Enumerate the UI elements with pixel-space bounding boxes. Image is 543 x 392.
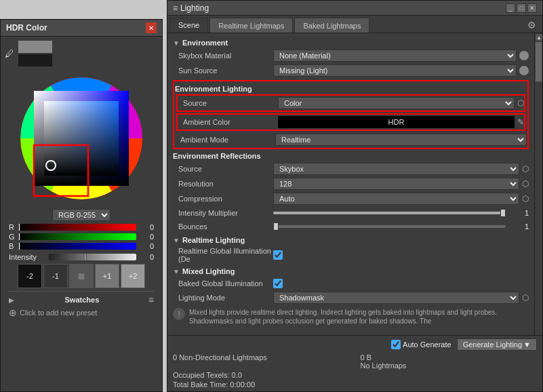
lighting-scroll-area[interactable]: ▼ Environment Skybox Material None (Mate…: [167, 33, 534, 386]
env-reflections-header[interactable]: Environment Reflections: [173, 152, 529, 160]
refl-resolution-row: Resolution 128 ⬡: [173, 176, 529, 191]
environment-lighting-highlight: Environment Lighting Source Color ⬡: [173, 80, 529, 149]
refl-compression-value: Auto ⬡: [273, 193, 529, 205]
mixed-arrow: ▼: [173, 268, 180, 275]
color-wheel-svg[interactable]: [14, 71, 149, 206]
eyedropper-icon[interactable]: 🖊: [5, 48, 14, 59]
minimize-button[interactable]: _: [506, 3, 515, 13]
ambient-mode-select[interactable]: Realtime: [275, 134, 527, 146]
swatches-triangle-icon: ▶: [9, 296, 14, 304]
mixed-lighting-header[interactable]: ▼ Mixed Lighting: [173, 267, 529, 275]
green-slider-row: G 0: [9, 233, 154, 241]
hdr-panel-title: HDR Color: [6, 23, 47, 33]
baked-gi-checkbox[interactable]: [273, 279, 283, 288]
lighting-footer: Auto Generate Generate Lighting ▼ 0 Non-…: [167, 335, 542, 391]
tab-baked-lightmaps[interactable]: Baked Lightmaps: [294, 18, 369, 33]
lightmaps-label: 0 Non-Directional Lightmaps: [173, 353, 267, 361]
lighting-title-left: ≡ Lighting: [173, 3, 209, 13]
sun-source-label: Sun Source: [178, 66, 273, 75]
refl-compression-select[interactable]: Auto: [273, 193, 519, 205]
lighting-mode-select[interactable]: Shadowmask: [273, 292, 519, 304]
realtime-gi-checkbox[interactable]: [273, 250, 283, 260]
sun-source-select[interactable]: Missing (Light): [273, 64, 517, 77]
lighting-title-text: Lighting: [180, 3, 209, 13]
environment-title: Environment: [182, 39, 228, 47]
auto-generate-checkbox[interactable]: [391, 340, 401, 349]
skybox-material-select[interactable]: None (Material): [273, 50, 517, 62]
green-slider-track[interactable]: [18, 233, 136, 240]
bounces-slider[interactable]: 1: [273, 222, 529, 231]
refl-compression-row: Compression Auto ⬡: [173, 191, 529, 206]
realtime-lighting-header[interactable]: ▼ Realtime Lighting: [173, 236, 529, 244]
baked-gi-value: [273, 279, 529, 288]
skybox-material-dot[interactable]: [519, 51, 529, 60]
rgb-mode-row: RGB 0-255: [5, 209, 158, 221]
sun-source-dot[interactable]: [519, 66, 529, 75]
auto-generate-text: Auto Generate: [403, 340, 451, 349]
scrollbar-up-arrow[interactable]: ▲: [535, 33, 543, 41]
step-plus2[interactable]: +2: [121, 264, 145, 288]
environment-section-header[interactable]: ▼ Environment: [173, 39, 529, 47]
gradient-steps: -2 -1 ■ +1 +2: [9, 264, 154, 288]
blue-slider-track[interactable]: [18, 243, 136, 250]
maximize-button[interactable]: □: [517, 3, 526, 13]
lighting-scrollbar[interactable]: ▲ ▼: [534, 33, 542, 386]
lighting-mode-label: Lighting Mode: [178, 294, 273, 302]
ambient-mode-label: Ambient Mode: [180, 136, 275, 144]
blue-slider-row: B 0: [9, 242, 154, 250]
footer-stats: 0 Non-Directional Lightmaps 0 B No Light…: [173, 353, 537, 370]
bounces-track[interactable]: [273, 225, 506, 228]
lightmaps-size: 0 B: [361, 353, 538, 361]
lightmaps-stat: 0 Non-Directional Lightmaps: [173, 353, 350, 370]
refl-source-select[interactable]: Skybox: [273, 163, 519, 175]
color-preview-boxes: [18, 41, 52, 66]
swatches-title: Swatches: [65, 296, 100, 304]
lighting-mode-icon: ⬡: [522, 293, 529, 302]
refl-compression-label: Compression: [178, 195, 273, 203]
mixed-lighting-title: Mixed Lighting: [182, 267, 235, 275]
scrollbar-thumb[interactable]: [535, 41, 542, 82]
swatches-menu-icon[interactable]: ≡: [148, 294, 154, 305]
tab-realtime-lightmaps[interactable]: Realtime Lightmaps: [209, 18, 293, 33]
intensity-track[interactable]: [49, 254, 136, 260]
tab-scene[interactable]: Scene: [169, 18, 208, 33]
close-button[interactable]: ✕: [527, 3, 537, 13]
hdr-close-button[interactable]: ✕: [146, 22, 157, 33]
lighting-content-wrapper: ▼ Environment Skybox Material None (Mate…: [167, 33, 542, 386]
lighting-mode-row: Lighting Mode Shadowmask ⬡: [173, 290, 529, 305]
generate-arrow-icon: ▼: [523, 340, 531, 349]
rgb-mode-select[interactable]: RGB 0-255: [52, 209, 110, 221]
green-value: 0: [139, 233, 154, 241]
step-minus1[interactable]: -1: [43, 264, 68, 288]
lightmaps-no-label: No Lightmaps: [361, 361, 538, 370]
ambient-pencil-icon[interactable]: ✎: [517, 117, 524, 127]
step-zero[interactable]: ■: [69, 264, 94, 288]
hdr-body: 🖊: [1, 37, 162, 325]
intensity-mult-slider[interactable]: 1: [273, 209, 529, 217]
generate-lighting-button[interactable]: Generate Lighting ▼: [457, 338, 537, 351]
env-lighting-title: Environment Lighting: [175, 85, 252, 93]
red-label: R: [9, 223, 16, 231]
info-icon: !: [173, 308, 185, 320]
ambient-color-value: HDR ✎: [278, 116, 524, 128]
hdr-color-panel: HDR Color ✕ 🖊: [0, 19, 163, 392]
footer-auto-row: Auto Generate Generate Lighting ▼: [173, 338, 537, 351]
step-plus1[interactable]: +1: [95, 264, 119, 288]
ambient-color-swatch[interactable]: HDR: [278, 116, 515, 128]
add-preset-row[interactable]: ⊕ Click to add new preset: [9, 307, 154, 318]
env-source-label: Source: [183, 99, 278, 107]
info-row: ! Mixed lights provide realtime direct l…: [173, 305, 529, 328]
step-minus2[interactable]: -2: [18, 264, 42, 288]
color-wheel-container[interactable]: [14, 71, 149, 206]
refl-resolution-value: 128 ⬡: [273, 178, 529, 190]
intensity-mult-number: 1: [508, 209, 529, 217]
baked-gi-label: Baked Global Illumination: [178, 279, 273, 288]
settings-button[interactable]: ⚙: [523, 18, 540, 33]
env-lighting-header[interactable]: Environment Lighting: [175, 85, 527, 93]
refl-resolution-select[interactable]: 128: [273, 178, 519, 190]
red-slider-track[interactable]: [18, 224, 136, 231]
realtime-lighting-title: Realtime Lighting: [182, 236, 245, 244]
color-preview-old: [18, 54, 52, 66]
env-source-select[interactable]: Color: [278, 97, 515, 109]
intensity-mult-track[interactable]: [273, 212, 506, 214]
